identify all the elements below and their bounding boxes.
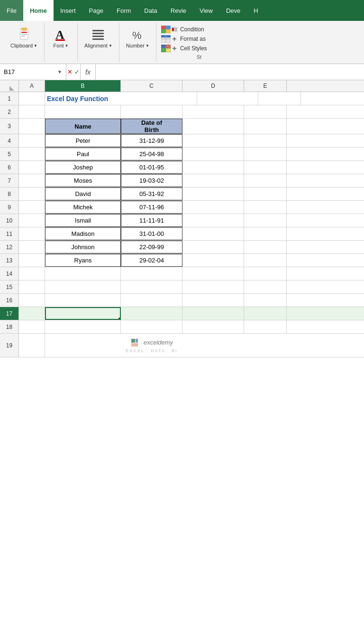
- menu-review[interactable]: Revie: [164, 0, 193, 21]
- cell-b1[interactable]: Excel Day Function: [45, 92, 197, 105]
- cell-a3[interactable]: [19, 119, 45, 134]
- cell-b14[interactable]: [45, 267, 121, 280]
- cell-c16[interactable]: [121, 294, 182, 307]
- cell-b10[interactable]: Ismail: [45, 214, 121, 227]
- cell-c12[interactable]: 22-09-99: [121, 241, 182, 253]
- cell-b18[interactable]: [45, 320, 121, 333]
- cell-b9[interactable]: Michek: [45, 201, 121, 214]
- cell-e11[interactable]: [244, 227, 287, 240]
- cell-e2[interactable]: [244, 105, 287, 118]
- row-num-17[interactable]: 17: [0, 307, 19, 320]
- row-num-4[interactable]: 4: [0, 134, 19, 147]
- menu-insert[interactable]: Insert: [54, 0, 82, 21]
- cell-d5[interactable]: [182, 148, 244, 160]
- cell-c14[interactable]: [121, 267, 182, 280]
- row-num-7[interactable]: 7: [0, 174, 19, 187]
- cell-e3[interactable]: [244, 119, 287, 134]
- cell-a19[interactable]: [19, 334, 45, 357]
- cell-e5[interactable]: [244, 148, 287, 160]
- col-header-b[interactable]: B: [45, 80, 121, 92]
- cell-b8[interactable]: David: [45, 187, 121, 200]
- cell-e1[interactable]: [258, 92, 301, 105]
- cell-e8[interactable]: [244, 187, 287, 200]
- col-header-a[interactable]: A: [19, 80, 45, 92]
- row-num-16[interactable]: 16: [0, 294, 19, 307]
- cell-e9[interactable]: [244, 201, 287, 214]
- cell-b11[interactable]: Madison: [45, 227, 121, 240]
- cell-styles-button[interactable]: Cell Styles: [161, 44, 237, 53]
- row-num-3[interactable]: 3: [0, 119, 19, 134]
- cell-d17[interactable]: [182, 307, 244, 320]
- menu-home[interactable]: Home: [23, 0, 54, 21]
- format-as-table-button[interactable]: Format as: [161, 34, 237, 44]
- cell-c13[interactable]: 29-02-04: [121, 254, 182, 267]
- row-num-11[interactable]: 11: [0, 227, 19, 240]
- cell-c17[interactable]: [121, 307, 182, 320]
- cell-d1[interactable]: [197, 92, 258, 105]
- cell-b5[interactable]: Paul: [45, 148, 121, 160]
- row-num-18[interactable]: 18: [0, 320, 19, 333]
- menu-h[interactable]: H: [247, 0, 264, 21]
- font-button[interactable]: A Font ▼: [51, 25, 72, 50]
- row-num-13[interactable]: 13: [0, 254, 19, 267]
- cell-d10[interactable]: [182, 214, 244, 227]
- cell-b6[interactable]: Joshep: [45, 161, 121, 174]
- menu-page[interactable]: Page: [82, 0, 110, 21]
- number-button[interactable]: % Number ▼: [123, 25, 152, 50]
- cell-c10[interactable]: 11-11-91: [121, 214, 182, 227]
- cell-e12[interactable]: [244, 241, 287, 253]
- cell-d9[interactable]: [182, 201, 244, 214]
- row-num-2[interactable]: 2: [0, 105, 19, 118]
- alignment-button[interactable]: Alignment ▼: [82, 25, 115, 50]
- col-header-d[interactable]: D: [182, 80, 244, 92]
- row-num-15[interactable]: 15: [0, 280, 19, 293]
- cell-c5[interactable]: 25-04-98: [121, 148, 182, 160]
- row-num-19[interactable]: 19: [0, 334, 19, 357]
- row-num-1[interactable]: 1: [0, 92, 19, 105]
- cell-d6[interactable]: [182, 161, 244, 174]
- cell-e4[interactable]: [244, 134, 287, 147]
- cell-a14[interactable]: [19, 267, 45, 280]
- cell-a10[interactable]: [19, 214, 45, 227]
- col-header-c[interactable]: C: [121, 80, 182, 92]
- row-num-6[interactable]: 6: [0, 161, 19, 174]
- select-all-button[interactable]: [0, 80, 19, 92]
- cell-d8[interactable]: [182, 187, 244, 200]
- cell-d16[interactable]: [182, 294, 244, 307]
- cell-d12[interactable]: [182, 241, 244, 253]
- conditional-formatting-button[interactable]: Condition: [161, 25, 237, 34]
- cell-d15[interactable]: [182, 280, 244, 293]
- cell-c4[interactable]: 31-12-99: [121, 134, 182, 147]
- cell-e16[interactable]: [244, 294, 287, 307]
- menu-file[interactable]: File: [0, 0, 23, 21]
- cell-d3[interactable]: [182, 119, 244, 134]
- cell-a13[interactable]: [19, 254, 45, 267]
- cell-b2[interactable]: [45, 105, 121, 118]
- menu-data[interactable]: Data: [137, 0, 164, 21]
- cell-c6[interactable]: 01-01-95: [121, 161, 182, 174]
- cell-c3[interactable]: Date ofBirth: [121, 119, 182, 134]
- cell-a2[interactable]: [19, 105, 45, 118]
- row-num-8[interactable]: 8: [0, 187, 19, 200]
- cell-reference-box[interactable]: B17 ▼: [0, 64, 66, 80]
- cell-a11[interactable]: [19, 227, 45, 240]
- cell-a17[interactable]: [19, 307, 45, 320]
- cell-c18[interactable]: [121, 320, 182, 333]
- cell-a9[interactable]: [19, 201, 45, 214]
- cell-b3[interactable]: Name: [45, 119, 121, 134]
- cell-d11[interactable]: [182, 227, 244, 240]
- cell-d14[interactable]: [182, 267, 244, 280]
- clipboard-button[interactable]: Clipboard ▼: [8, 25, 40, 50]
- cell-c2[interactable]: [121, 105, 182, 118]
- row-num-10[interactable]: 10: [0, 214, 19, 227]
- cell-a12[interactable]: [19, 241, 45, 253]
- cell-d13[interactable]: [182, 254, 244, 267]
- cell-a4[interactable]: [19, 134, 45, 147]
- cell-d2[interactable]: [182, 105, 244, 118]
- cell-c9[interactable]: 07-11-96: [121, 201, 182, 214]
- cell-a15[interactable]: [19, 280, 45, 293]
- cell-a1[interactable]: [19, 92, 45, 105]
- cell-c8[interactable]: 05-31-92: [121, 187, 182, 200]
- cell-a7[interactable]: [19, 174, 45, 187]
- cell-b15[interactable]: [45, 280, 121, 293]
